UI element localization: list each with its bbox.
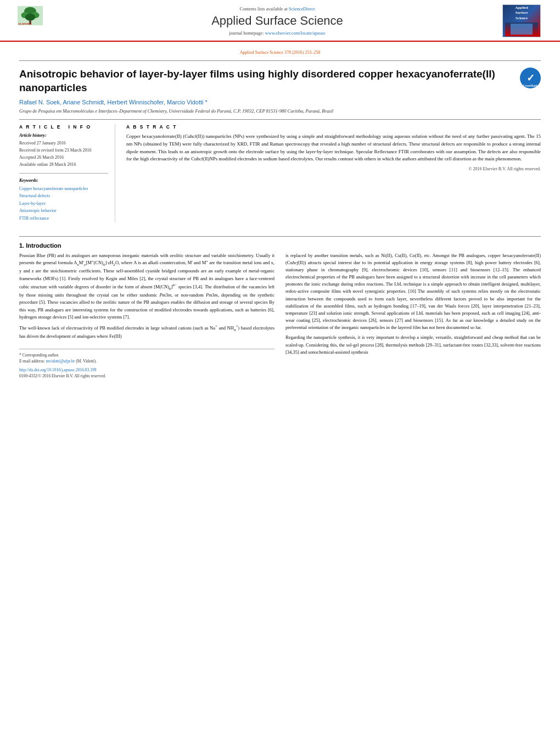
article-history-label: Article history: (19, 133, 108, 138)
body-area: 1. Introduction Prussian Blue (PB) and i… (0, 236, 560, 390)
elsevier-logo: ELSEVIER (16, 6, 55, 36)
article-info-section-label: A R T I C L E I N F O (19, 124, 108, 130)
article-title-section: Anisotropic behavior of layer-by-layer f… (19, 60, 541, 94)
accepted-date: Accepted 26 March 2016 (19, 154, 108, 161)
keyword-1: Copper hexacyanoferrate nanoparticles (19, 185, 108, 193)
keyword-4: Anisotropic behavior (19, 207, 108, 215)
homepage-url[interactable]: www.elsevier.com/locate/apsusc (265, 30, 326, 36)
authors: Rafael N. Soek, Ariane Schmidt, Herbert … (19, 99, 541, 105)
section1-heading: 1. Introduction (19, 242, 541, 249)
header-center: Contents lists available at ScienceDirec… (55, 6, 500, 36)
homepage-line: journal homepage: www.elsevier.com/locat… (66, 30, 489, 36)
footnote-email-label: E-mail address: (19, 359, 45, 364)
svg-point-4 (25, 13, 35, 20)
svg-text:ELSEVIER: ELSEVIER (19, 23, 32, 25)
crossmark-icon: ✓ CrossMark (520, 68, 541, 88)
body-col-right: is replaced by another transition metals… (285, 252, 541, 380)
body-col-left: Prussian Blue (PB) and its analogues are… (19, 252, 275, 380)
header-left: ELSEVIER (16, 6, 55, 36)
keyword-3: Layer-by-layer (19, 200, 108, 208)
available-online-date: Available online 28 March 2016 (19, 161, 108, 169)
body-paragraph-4: Regarding the nanoparticle synthesis, it… (285, 334, 541, 356)
two-column-info: A R T I C L E I N F O Article history: R… (19, 119, 541, 222)
keywords-label: Keywords: (19, 178, 108, 183)
svg-text:CrossMark: CrossMark (523, 84, 539, 87)
contents-line: Contents lists available at ScienceDirec… (66, 6, 489, 12)
right-column: A B S T R A C T Copper hexacyanoferrate(… (126, 124, 541, 222)
body-paragraph-1: Prussian Blue (PB) and its analogues are… (19, 252, 275, 321)
page: ELSEVIER Contents lists available at Sci… (0, 0, 560, 742)
article-title: Anisotropic behavior of layer-by-layer f… (19, 68, 520, 94)
sciencedirect-link[interactable]: ScienceDirect (289, 6, 315, 12)
abstract-text: Copper hexacyanoferrate(II) (Cuhcf(II)) … (126, 133, 541, 163)
body-paragraph-3: is replaced by another transition metals… (285, 252, 541, 332)
contents-text: Contents lists available at (240, 6, 288, 12)
header-right: Applied Surface Science (500, 4, 544, 37)
journal-info-line: Applied Surface Science 378 (2016) 253–2… (19, 50, 541, 55)
journal-header: ELSEVIER Contents lists available at Sci… (0, 0, 560, 42)
keyword-2: Structural defects (19, 192, 108, 200)
body-section-divider (19, 236, 541, 237)
footnote-area: * Corresponding author. E-mail address: … (19, 349, 275, 380)
footnote-email-line: E-mail address: mvidotti@ufpr.br (M. Vid… (19, 358, 275, 364)
footnote-star-line: * Corresponding author. (19, 352, 275, 358)
article-area: Applied Surface Science 378 (2016) 253–2… (0, 42, 560, 231)
abstract-section-label: A B S T R A C T (126, 124, 541, 130)
svg-text:✓: ✓ (527, 72, 535, 83)
body-paragraph-2: The well-known lack of electroactivity o… (19, 323, 275, 341)
footnote-doi: http://dx.doi.org/10.1016/j.apsusc.2016.… (19, 367, 275, 373)
crossmark-badge: ✓ CrossMark (520, 68, 541, 88)
affiliation: Grupo de Pesquisa em Macromoléculas e In… (19, 108, 541, 114)
elsevier-tree-icon: ELSEVIER (16, 6, 44, 25)
footnote-email-name: (M. Vidotti). (76, 359, 97, 364)
homepage-label: journal homepage: (229, 30, 264, 36)
copyright-line: © 2016 Elsevier B.V. All rights reserved… (126, 166, 541, 171)
received-date: Received 27 January 2016 (19, 140, 108, 147)
keyword-5: FTIR reflectance (19, 215, 108, 222)
footnote-doi-link[interactable]: http://dx.doi.org/10.1016/j.apsusc.2016.… (19, 367, 97, 372)
left-column: A R T I C L E I N F O Article history: R… (19, 124, 115, 222)
received-revised-date: Received in revised form 23 March 2016 (19, 147, 108, 154)
footnote-email-link[interactable]: mvidotti@ufpr.br (46, 359, 75, 364)
body-two-col: Prussian Blue (PB) and its analogues are… (19, 252, 541, 380)
journal-cover-image: Applied Surface Science (502, 4, 541, 37)
divider-1 (19, 173, 108, 174)
journal-title-header: Applied Surface Science (66, 14, 489, 28)
footnote-issn: 0169-4332/© 2016 Elsevier B.V. All right… (19, 373, 275, 379)
